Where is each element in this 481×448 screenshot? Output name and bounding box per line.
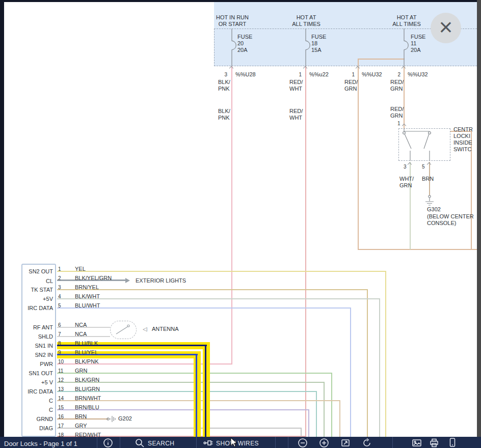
reset-view-icon[interactable] [362, 438, 372, 448]
search-button[interactable]: SEARCH [148, 440, 174, 447]
pin-number: 17 [58, 423, 64, 429]
antenna-label: ANTENNA [152, 326, 179, 332]
pin-function-label: GRND [22, 416, 53, 422]
wire-color-label: BLU/BLK [75, 340, 98, 347]
pin-number: 2 [58, 275, 61, 282]
connector-arrow-icon [356, 66, 360, 70]
arrow-left-icon: ◁ [143, 326, 147, 332]
wire-blu-blk-highlighted-vertical[interactable] [205, 345, 206, 437]
wire-brn-blu-vertical[interactable] [308, 409, 309, 437]
wire-red-grn-vertical[interactable] [404, 66, 405, 128]
fuse-icon[interactable] [399, 29, 409, 66]
exit-pin: 3 [220, 71, 227, 78]
pin-number: 10 [58, 358, 64, 365]
wire-label: RED/ WHT [289, 108, 303, 121]
wire-yel[interactable] [57, 271, 386, 272]
print-icon[interactable] [429, 438, 439, 448]
search-icon[interactable] [135, 438, 145, 448]
fuse-icon[interactable] [301, 29, 311, 66]
pin-number: 13 [58, 386, 64, 393]
connector-arrow-icon [229, 66, 233, 70]
highlight-band-vertical[interactable] [203, 342, 210, 437]
wire-label: RED/ GRN [390, 106, 404, 119]
highlight-band-vertical[interactable] [194, 351, 201, 437]
mobile-view-icon[interactable] [447, 437, 458, 447]
show-wires-icon[interactable] [203, 438, 213, 448]
wire-color-label: BRN [75, 413, 87, 420]
close-button[interactable]: × [431, 13, 461, 43]
wire-brn-yel[interactable] [57, 289, 368, 290]
toolbar-divider [275, 437, 276, 448]
exterior-lights-label: EXTERIOR LIGHTS [136, 277, 186, 284]
show-wires-button[interactable]: SHOW WIRES [216, 440, 259, 447]
wire-color-label: YEL [75, 266, 86, 272]
wire-color-label: BLK/YEL/GRN [75, 275, 112, 282]
fit-screen-icon[interactable] [340, 438, 351, 448]
wire-blk-wht-vertical[interactable] [379, 298, 380, 437]
pin-function-label: SHLD [22, 333, 53, 340]
fuse-label: FUSE 11 20A [411, 34, 425, 53]
pin-function-label: CL [22, 278, 53, 284]
wire-blu-grn-vertical[interactable] [316, 391, 317, 437]
switch-pin-in: 1 [397, 120, 400, 127]
pin-number: 3 [58, 284, 61, 291]
wire-color-label: GRN [75, 368, 87, 374]
wire-label: BLK/ PNK [218, 108, 230, 121]
wire-blk-grn-vertical[interactable] [324, 382, 325, 437]
image-view-icon[interactable] [412, 438, 422, 448]
toolbar-divider [288, 437, 288, 448]
pin-function-label: +5 V [22, 379, 53, 385]
pin-function-label: IRC DATA [22, 305, 53, 311]
wire-wht-grn-vertical[interactable] [410, 162, 411, 249]
wire-red-grn-vertical[interactable] [358, 59, 359, 249]
pin-number: 1 [58, 266, 61, 272]
wire-red-grn-horizontal[interactable] [358, 249, 477, 250]
info-icon[interactable] [103, 438, 113, 448]
pin-function-label: C [22, 398, 53, 404]
wire-yel-vertical[interactable] [385, 271, 386, 437]
exit-connector: %%U28 [235, 71, 256, 78]
wire-color-label: BLK/WHT [75, 293, 100, 300]
pin-number: 7 [58, 331, 61, 338]
wire-red-wht-vertical[interactable] [305, 66, 306, 437]
wire-blu-yel-highlighted-vertical[interactable] [196, 354, 197, 437]
power-source-label: HOT AT ALL TIMES [390, 14, 423, 27]
pin-number: 12 [58, 377, 64, 383]
zoom-in-icon[interactable] [319, 438, 329, 448]
wire-color-label: BLU/YEL [75, 349, 98, 356]
pin-number: 15 [58, 404, 64, 411]
wire-blu-wht[interactable] [57, 307, 351, 309]
fuse-label: FUSE 20 20A [237, 34, 252, 53]
switch-pin-right: 5 [422, 163, 425, 170]
vertical-scrollbar[interactable] [477, 0, 481, 448]
pin-function-label: TK STAT [22, 287, 53, 293]
wire-brn-wht-vertical[interactable] [339, 400, 340, 437]
connector-arrow-icon [408, 162, 412, 166]
connector-arrow-icon [402, 124, 406, 128]
switch-pin-left: 3 [404, 163, 407, 170]
toolbar-divider [196, 437, 197, 448]
power-source-label: HOT AT ALL TIMES [290, 14, 322, 27]
pin-function-label: +5V [22, 296, 53, 302]
wiring-diagram-viewer: { "window": { "close_icon": "×" }, "powe… [0, 0, 481, 448]
wire-color-label: NCA [75, 322, 87, 328]
wire-label: WHT/ GRN [399, 176, 414, 189]
connector-arrow-icon [303, 66, 307, 70]
wire-blk-pnk-vertical[interactable] [231, 66, 232, 365]
pin-function-label: SN2 OUT [22, 268, 53, 274]
toolbar-divider [120, 437, 120, 448]
wire-color-label: BLK/GRN [75, 377, 99, 383]
pin-function-label: SN1 OUT [22, 370, 53, 376]
wire-brn-yel-vertical[interactable] [367, 289, 368, 437]
wire-gry[interactable] [57, 428, 302, 429]
fuse-icon[interactable] [227, 29, 237, 66]
wire-grn-vertical[interactable] [331, 373, 332, 437]
window-edge-top [0, 0, 481, 2]
bottom-toolbar: Door Locks - Page 1 of 1 SEARCH SHOW WIR… [0, 437, 481, 448]
pin-number: 5 [58, 302, 61, 309]
pin-function-label: SN2 IN [22, 352, 53, 358]
pin-function-label: PWR [22, 361, 53, 367]
wire-blu-wht-vertical[interactable] [350, 307, 351, 437]
zoom-out-icon[interactable] [298, 438, 308, 448]
wire-blk-wht[interactable] [57, 298, 380, 299]
